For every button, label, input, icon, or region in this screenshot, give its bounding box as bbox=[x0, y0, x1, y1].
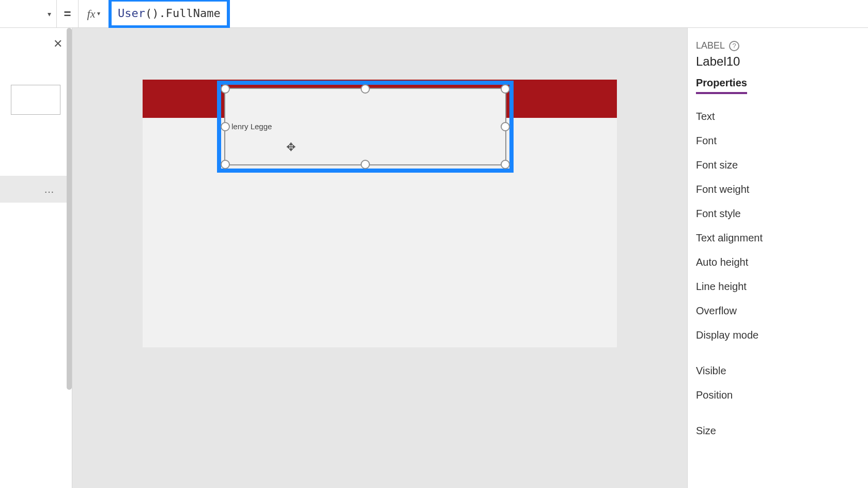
resize-handle[interactable] bbox=[501, 122, 510, 131]
control-type-label: LABEL bbox=[696, 40, 725, 51]
formula-input-highlight: User().FullName bbox=[109, 0, 230, 28]
resize-handle[interactable] bbox=[361, 84, 370, 94]
equals-sign: = bbox=[57, 0, 79, 28]
tree-view-panel: ✕ … bbox=[0, 28, 72, 488]
property-dropdown[interactable]: ▾ bbox=[0, 0, 57, 28]
help-icon[interactable]: ? bbox=[729, 41, 739, 51]
prop-font-size[interactable]: Font size bbox=[688, 153, 868, 177]
resize-handle[interactable] bbox=[501, 84, 510, 94]
prop-font[interactable]: Font bbox=[688, 129, 868, 153]
prop-text-alignment[interactable]: Text alignment bbox=[688, 226, 868, 250]
tab-properties[interactable]: Properties bbox=[696, 77, 747, 94]
prop-display-mode[interactable]: Display mode bbox=[688, 323, 868, 347]
prop-font-weight[interactable]: Font weight bbox=[688, 177, 868, 202]
prop-auto-height[interactable]: Auto height bbox=[688, 250, 868, 274]
prop-text[interactable]: Text bbox=[688, 104, 868, 129]
prop-visible[interactable]: Visible bbox=[688, 359, 868, 383]
more-icon[interactable]: … bbox=[44, 184, 55, 195]
prop-font-style[interactable]: Font style bbox=[688, 202, 868, 226]
tree-search-input[interactable] bbox=[11, 85, 60, 115]
label-text: lenry Legge bbox=[231, 122, 272, 131]
tree-scrollbar[interactable] bbox=[66, 28, 72, 400]
move-icon: ✥ bbox=[286, 141, 296, 154]
tree-selected-row[interactable]: … bbox=[0, 176, 68, 203]
scrollbar-thumb[interactable] bbox=[67, 28, 72, 390]
prop-line-height[interactable]: Line height bbox=[688, 274, 868, 299]
prop-position[interactable]: Position bbox=[688, 383, 868, 407]
prop-size[interactable]: Size bbox=[688, 419, 868, 443]
label-control[interactable]: lenry Legge ✥ bbox=[224, 88, 506, 165]
workspace: ✕ … Title of the Screen lenry Legge ✥ bbox=[0, 28, 868, 488]
canvas-area[interactable]: Title of the Screen lenry Legge ✥ bbox=[72, 28, 687, 488]
prop-overflow[interactable]: Overflow bbox=[688, 299, 868, 323]
resize-handle[interactable] bbox=[221, 160, 230, 169]
chevron-down-icon: ▾ bbox=[48, 10, 51, 18]
control-name[interactable]: Label10 bbox=[688, 51, 868, 77]
formula-input[interactable]: User().FullName bbox=[118, 7, 221, 20]
resize-handle[interactable] bbox=[221, 84, 230, 94]
chevron-down-icon: ▾ bbox=[97, 10, 100, 18]
properties-panel: LABEL ? Label10 Properties Text Font Fon… bbox=[687, 28, 868, 488]
fx-button[interactable]: fx ▾ bbox=[79, 0, 110, 28]
close-icon[interactable]: ✕ bbox=[53, 37, 63, 63]
resize-handle[interactable] bbox=[221, 122, 230, 131]
fx-label: fx bbox=[87, 7, 96, 21]
resize-handle[interactable] bbox=[501, 160, 510, 169]
formula-bar: ▾ = fx ▾ User().FullName bbox=[0, 0, 868, 28]
resize-handle[interactable] bbox=[361, 160, 370, 169]
property-list: Text Font Font size Font weight Font sty… bbox=[688, 94, 868, 443]
selection-highlight: lenry Legge ✥ bbox=[217, 81, 514, 173]
